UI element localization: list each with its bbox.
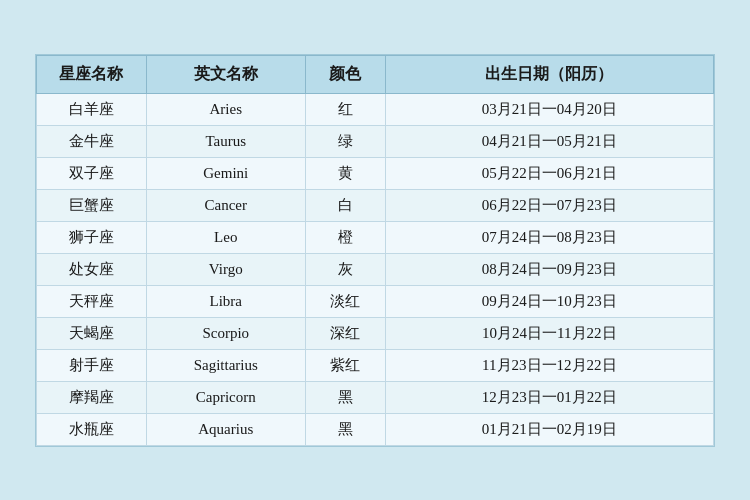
cell-english-name: Libra — [146, 285, 306, 317]
cell-color: 橙 — [306, 221, 386, 253]
cell-chinese-name: 巨蟹座 — [37, 189, 147, 221]
cell-color: 紫红 — [306, 349, 386, 381]
cell-color: 黑 — [306, 381, 386, 413]
table-row: 金牛座Taurus绿04月21日一05月21日 — [37, 125, 714, 157]
cell-english-name: Aries — [146, 93, 306, 125]
cell-color: 深红 — [306, 317, 386, 349]
zodiac-table: 星座名称 英文名称 颜色 出生日期（阳历） 白羊座Aries红03月21日一04… — [36, 55, 714, 446]
table-row: 白羊座Aries红03月21日一04月20日 — [37, 93, 714, 125]
cell-chinese-name: 水瓶座 — [37, 413, 147, 445]
table-row: 射手座Sagittarius紫红11月23日一12月22日 — [37, 349, 714, 381]
cell-birth-date: 06月22日一07月23日 — [385, 189, 713, 221]
cell-color: 黑 — [306, 413, 386, 445]
table-row: 处女座Virgo灰08月24日一09月23日 — [37, 253, 714, 285]
table-row: 狮子座Leo橙07月24日一08月23日 — [37, 221, 714, 253]
cell-english-name: Gemini — [146, 157, 306, 189]
cell-english-name: Virgo — [146, 253, 306, 285]
table-row: 双子座Gemini黄05月22日一06月21日 — [37, 157, 714, 189]
cell-chinese-name: 处女座 — [37, 253, 147, 285]
cell-birth-date: 10月24日一11月22日 — [385, 317, 713, 349]
cell-chinese-name: 金牛座 — [37, 125, 147, 157]
cell-color: 黄 — [306, 157, 386, 189]
cell-birth-date: 12月23日一01月22日 — [385, 381, 713, 413]
cell-color: 红 — [306, 93, 386, 125]
cell-chinese-name: 摩羯座 — [37, 381, 147, 413]
cell-english-name: Scorpio — [146, 317, 306, 349]
cell-chinese-name: 天秤座 — [37, 285, 147, 317]
cell-color: 淡红 — [306, 285, 386, 317]
cell-birth-date: 04月21日一05月21日 — [385, 125, 713, 157]
cell-birth-date: 03月21日一04月20日 — [385, 93, 713, 125]
cell-chinese-name: 射手座 — [37, 349, 147, 381]
cell-birth-date: 05月22日一06月21日 — [385, 157, 713, 189]
header-chinese-name: 星座名称 — [37, 55, 147, 93]
table-row: 天蝎座Scorpio深红10月24日一11月22日 — [37, 317, 714, 349]
cell-english-name: Capricorn — [146, 381, 306, 413]
cell-color: 灰 — [306, 253, 386, 285]
cell-english-name: Sagittarius — [146, 349, 306, 381]
cell-chinese-name: 双子座 — [37, 157, 147, 189]
zodiac-table-container: 星座名称 英文名称 颜色 出生日期（阳历） 白羊座Aries红03月21日一04… — [35, 54, 715, 447]
cell-color: 绿 — [306, 125, 386, 157]
header-color: 颜色 — [306, 55, 386, 93]
cell-birth-date: 08月24日一09月23日 — [385, 253, 713, 285]
cell-chinese-name: 天蝎座 — [37, 317, 147, 349]
table-row: 水瓶座Aquarius黑01月21日一02月19日 — [37, 413, 714, 445]
cell-chinese-name: 狮子座 — [37, 221, 147, 253]
header-english-name: 英文名称 — [146, 55, 306, 93]
cell-color: 白 — [306, 189, 386, 221]
table-row: 摩羯座Capricorn黑12月23日一01月22日 — [37, 381, 714, 413]
table-body: 白羊座Aries红03月21日一04月20日金牛座Taurus绿04月21日一0… — [37, 93, 714, 445]
cell-english-name: Cancer — [146, 189, 306, 221]
cell-english-name: Taurus — [146, 125, 306, 157]
cell-english-name: Leo — [146, 221, 306, 253]
table-row: 天秤座Libra淡红09月24日一10月23日 — [37, 285, 714, 317]
table-header-row: 星座名称 英文名称 颜色 出生日期（阳历） — [37, 55, 714, 93]
cell-birth-date: 07月24日一08月23日 — [385, 221, 713, 253]
cell-birth-date: 01月21日一02月19日 — [385, 413, 713, 445]
cell-birth-date: 11月23日一12月22日 — [385, 349, 713, 381]
header-birth-date: 出生日期（阳历） — [385, 55, 713, 93]
cell-english-name: Aquarius — [146, 413, 306, 445]
table-row: 巨蟹座Cancer白06月22日一07月23日 — [37, 189, 714, 221]
cell-chinese-name: 白羊座 — [37, 93, 147, 125]
cell-birth-date: 09月24日一10月23日 — [385, 285, 713, 317]
